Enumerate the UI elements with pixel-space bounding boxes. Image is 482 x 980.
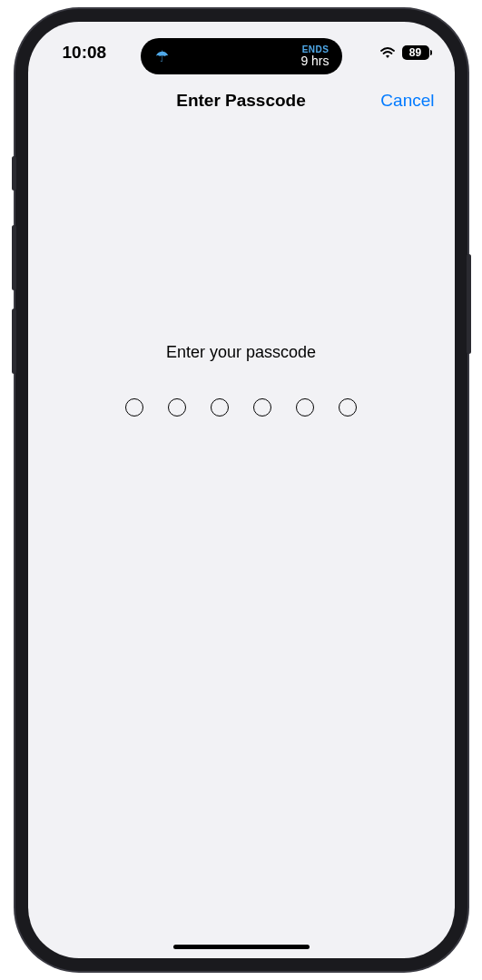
- status-bar: 10:08 ☂ ENDS 9 hrs 89: [28, 22, 455, 74]
- phone-screen: 10:08 ☂ ENDS 9 hrs 89: [28, 22, 455, 958]
- passcode-input[interactable]: [125, 398, 357, 416]
- passcode-digit-2: [168, 398, 186, 416]
- wifi-icon: [379, 46, 396, 59]
- passcode-digit-5: [296, 398, 314, 416]
- passcode-digit-1: [125, 398, 143, 416]
- volume-down-button: [12, 309, 16, 374]
- dynamic-island[interactable]: ☂ ENDS 9 hrs: [141, 38, 342, 74]
- volume-up-button: [12, 225, 16, 290]
- battery-percentage: 89: [409, 46, 421, 59]
- passcode-digit-3: [211, 398, 229, 416]
- cancel-button[interactable]: Cancel: [380, 91, 434, 111]
- main-content: Enter your passcode: [28, 127, 455, 416]
- silence-switch: [12, 156, 16, 191]
- page-title: Enter Passcode: [176, 91, 306, 111]
- island-info: ENDS 9 hrs: [300, 45, 329, 67]
- passcode-prompt: Enter your passcode: [166, 343, 316, 362]
- battery-indicator: 89: [402, 45, 429, 60]
- passcode-digit-4: [253, 398, 271, 416]
- status-right: 89: [379, 45, 429, 60]
- phone-frame: 10:08 ☂ ENDS 9 hrs 89: [15, 9, 467, 971]
- island-time-remaining: 9 hrs: [300, 54, 329, 67]
- navigation-bar: Enter Passcode Cancel: [28, 74, 455, 127]
- umbrella-icon: ☂: [155, 47, 169, 66]
- passcode-digit-6: [339, 398, 357, 416]
- power-button: [467, 254, 471, 354]
- home-indicator[interactable]: [173, 945, 310, 949]
- status-time: 10:08: [63, 43, 135, 63]
